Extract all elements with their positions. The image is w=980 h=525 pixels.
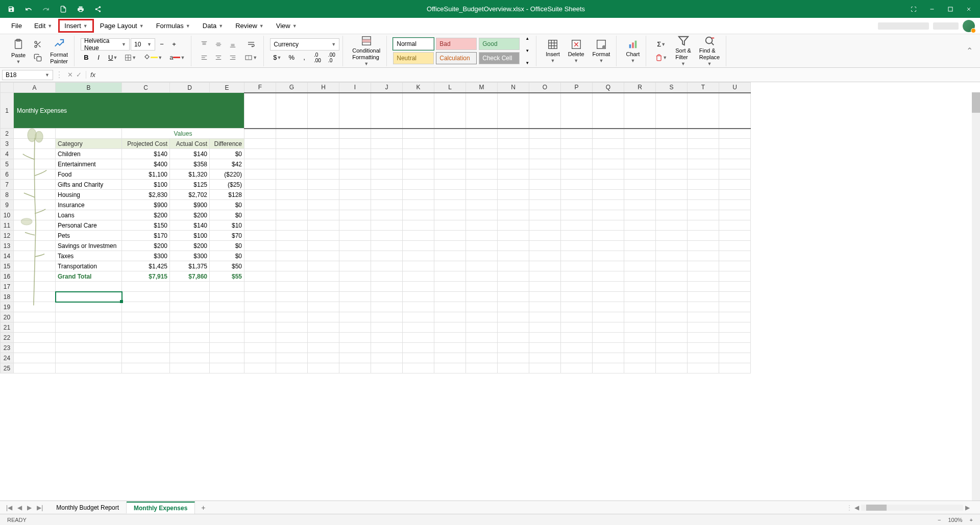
cell[interactable]: [210, 353, 244, 363]
cell[interactable]: [624, 363, 656, 373]
cell[interactable]: [371, 282, 403, 292]
col-header-S[interactable]: S: [656, 83, 688, 93]
cell[interactable]: [624, 241, 656, 251]
cell[interactable]: [308, 93, 339, 129]
header-difference[interactable]: Difference: [210, 139, 244, 149]
cell[interactable]: [14, 271, 56, 282]
cell[interactable]: [688, 169, 719, 180]
cell[interactable]: [688, 241, 719, 251]
cell[interactable]: [529, 139, 561, 149]
cell[interactable]: [276, 231, 308, 241]
cell[interactable]: [719, 363, 751, 373]
cell[interactable]: [244, 333, 276, 343]
cell[interactable]: [339, 169, 371, 180]
cell[interactable]: [371, 190, 403, 200]
cell[interactable]: [339, 231, 371, 241]
cell[interactable]: [371, 251, 403, 261]
cell[interactable]: [14, 312, 56, 322]
row-header-16[interactable]: 16: [1, 271, 14, 282]
cell[interactable]: [14, 190, 56, 200]
data-difference[interactable]: $0: [210, 200, 244, 210]
cell[interactable]: [656, 190, 688, 200]
cell[interactable]: [529, 241, 561, 251]
cell[interactable]: [593, 149, 624, 159]
cell[interactable]: [498, 241, 529, 251]
cell[interactable]: [339, 210, 371, 220]
cell[interactable]: [434, 302, 466, 312]
cell[interactable]: [276, 93, 308, 129]
cell[interactable]: [308, 210, 339, 220]
cell[interactable]: [434, 282, 466, 292]
cell[interactable]: [276, 363, 308, 373]
cell[interactable]: [529, 292, 561, 302]
style-check-cell[interactable]: Check Cell: [479, 52, 520, 64]
cell[interactable]: [529, 353, 561, 363]
cell[interactable]: [434, 343, 466, 353]
menu-page-layout[interactable]: Page Layout▼: [94, 19, 150, 33]
data-difference[interactable]: $128: [210, 190, 244, 200]
cell[interactable]: [276, 241, 308, 251]
cell[interactable]: [529, 180, 561, 190]
row-header-23[interactable]: 23: [1, 343, 14, 353]
cell[interactable]: [529, 363, 561, 373]
cell[interactable]: [170, 353, 210, 363]
cell[interactable]: [719, 333, 751, 343]
cell[interactable]: [371, 180, 403, 190]
col-header-P[interactable]: P: [561, 83, 593, 93]
cell[interactable]: [170, 292, 210, 302]
cell[interactable]: [276, 302, 308, 312]
cell[interactable]: [210, 363, 244, 373]
cell[interactable]: [561, 129, 593, 139]
cell[interactable]: [656, 241, 688, 251]
col-header-T[interactable]: T: [688, 83, 719, 93]
cell[interactable]: [593, 220, 624, 231]
cell[interactable]: [371, 200, 403, 210]
cell[interactable]: [466, 282, 498, 292]
cell[interactable]: [719, 190, 751, 200]
cell[interactable]: [276, 282, 308, 292]
cell[interactable]: [529, 322, 561, 333]
cell[interactable]: [403, 93, 434, 129]
cell[interactable]: [434, 333, 466, 343]
cell[interactable]: [339, 322, 371, 333]
cell[interactable]: [308, 302, 339, 312]
sheet-tab-budget-report[interactable]: Monthly Budget Report: [49, 502, 127, 513]
underline-button[interactable]: U▼: [105, 52, 120, 64]
cell[interactable]: [244, 343, 276, 353]
cell[interactable]: [561, 333, 593, 343]
cell[interactable]: [688, 251, 719, 261]
cell[interactable]: [529, 190, 561, 200]
cell[interactable]: [244, 169, 276, 180]
cell[interactable]: [434, 169, 466, 180]
cell[interactable]: [276, 333, 308, 343]
cell[interactable]: [656, 129, 688, 139]
align-left-icon[interactable]: [198, 52, 211, 64]
minimize-icon[interactable]: [928, 5, 936, 13]
cell[interactable]: [688, 271, 719, 282]
cell[interactable]: [244, 139, 276, 149]
cell[interactable]: [14, 353, 56, 363]
data-projected[interactable]: $200: [122, 241, 170, 251]
cell[interactable]: [529, 251, 561, 261]
cell[interactable]: [276, 322, 308, 333]
cell[interactable]: [434, 353, 466, 363]
cell[interactable]: [403, 169, 434, 180]
cell[interactable]: [276, 180, 308, 190]
cell[interactable]: [210, 302, 244, 312]
tab-nav-first-icon[interactable]: |◀: [6, 504, 12, 511]
data-difference[interactable]: $0: [210, 210, 244, 220]
data-category[interactable]: Food: [56, 169, 122, 180]
cell[interactable]: [371, 292, 403, 302]
cell[interactable]: [656, 333, 688, 343]
row-header-8[interactable]: 8: [1, 190, 14, 200]
data-actual[interactable]: $140: [170, 220, 210, 231]
data-category[interactable]: Loans: [56, 210, 122, 220]
font-color-button[interactable]: a▼: [166, 52, 188, 64]
cell[interactable]: [624, 169, 656, 180]
cell[interactable]: [244, 200, 276, 210]
cell[interactable]: [14, 343, 56, 353]
cell[interactable]: [466, 220, 498, 231]
cell[interactable]: [14, 231, 56, 241]
cell[interactable]: [688, 302, 719, 312]
cell[interactable]: [244, 231, 276, 241]
